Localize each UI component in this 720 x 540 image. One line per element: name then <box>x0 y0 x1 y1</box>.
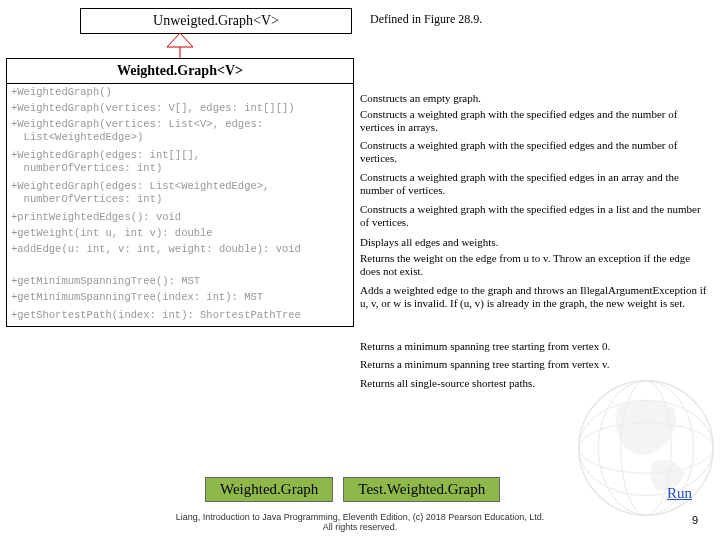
member-description: Returns a minimum spanning tree starting… <box>360 340 610 353</box>
class-member: +WeightedGraph(vertices: List<V>, edges:… <box>7 116 353 147</box>
class-members: +WeightedGraph()+WeightedGraph(vertices:… <box>7 84 353 326</box>
footer-line1: Liang, Introduction to Java Programming,… <box>176 512 545 522</box>
class-member: +getShortestPath(index: int): ShortestPa… <box>7 307 353 326</box>
class-title: Weighted.Graph<V> <box>7 59 353 84</box>
svg-point-5 <box>621 381 671 515</box>
member-description: Constructs an empty graph. <box>360 92 481 105</box>
class-member: +WeightedGraph(edges: int[][], numberOfV… <box>7 147 353 178</box>
member-description: Displays all edges and weights. <box>360 236 498 249</box>
member-description: Returns all single-source shortest paths… <box>360 377 535 390</box>
slide-number: 9 <box>692 514 698 526</box>
class-member: +getMinimumSpanningTree(index: int): MST <box>7 289 353 307</box>
member-description: Constructs a weighted graph with the spe… <box>360 171 710 196</box>
parent-class-name: Unweigted.Graph<V> <box>153 13 279 28</box>
class-member: +WeightedGraph() <box>7 84 353 100</box>
member-description: Constructs a weighted graph with the spe… <box>360 108 710 133</box>
svg-point-3 <box>579 423 713 473</box>
member-description: Constructs a weighted graph with the spe… <box>360 139 710 164</box>
defined-note: Defined in Figure 28.9. <box>370 12 482 27</box>
footer: Liang, Introduction to Java Programming,… <box>0 512 720 532</box>
class-member: +getMinimumSpanningTree(): MST <box>7 273 353 289</box>
class-member: +WeightedGraph(edges: List<WeightedEdge>… <box>7 178 353 209</box>
class-member: +getWeight(int u, int v): double <box>7 225 353 241</box>
class-member: +printWeightedEdges(): void <box>7 209 353 225</box>
parent-class-box: Unweigted.Graph<V> <box>80 8 352 34</box>
svg-point-2 <box>579 381 713 515</box>
button-row: Weighted.Graph Test.Weighted.Graph <box>205 477 500 502</box>
weighted-graph-button[interactable]: Weighted.Graph <box>205 477 333 502</box>
member-description: Constructs a weighted graph with the spe… <box>360 203 710 228</box>
svg-point-4 <box>579 400 713 495</box>
svg-marker-0 <box>167 33 193 47</box>
test-weighted-graph-button[interactable]: Test.Weighted.Graph <box>343 477 500 502</box>
member-description: Adds a weighted edge to the graph and th… <box>360 284 710 309</box>
footer-line2: All rights reserved. <box>323 522 398 532</box>
class-diagram-box: Weighted.Graph<V> +WeightedGraph()+Weigh… <box>6 58 354 327</box>
class-member: +addEdge(u: int, v: int, weight: double)… <box>7 241 353 273</box>
globe-watermark <box>576 378 716 518</box>
run-link[interactable]: Run <box>667 485 692 502</box>
class-member: +WeightedGraph(vertices: V[], edges: int… <box>7 100 353 116</box>
slide: Unweigted.Graph<V> Defined in Figure 28.… <box>0 0 720 540</box>
member-description: Returns a minimum spanning tree starting… <box>360 358 609 371</box>
member-description: Returns the weight on the edge from u to… <box>360 252 710 277</box>
